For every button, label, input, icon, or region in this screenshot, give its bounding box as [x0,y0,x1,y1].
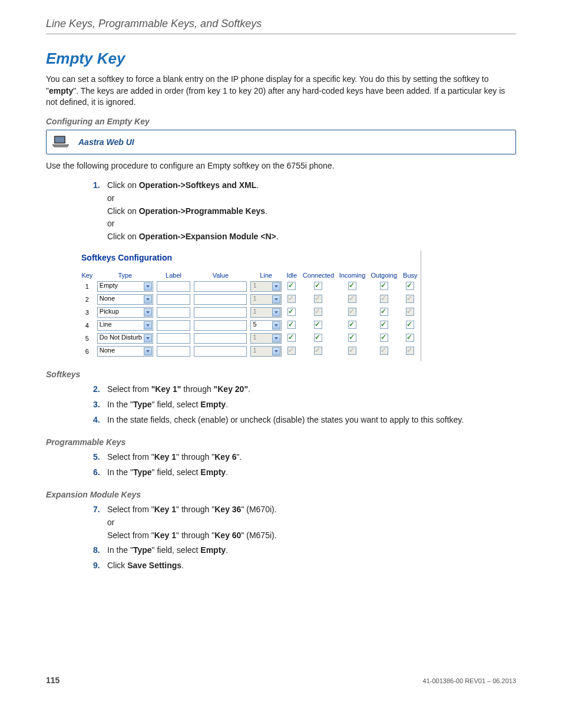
value-input[interactable] [194,320,247,331]
state-checkbox [314,295,322,303]
t: In the " [107,467,133,477]
cell-key: 2 [79,293,95,306]
b: Empty [200,400,226,409]
state-checkbox [314,347,322,355]
step-number: 8. [93,545,100,556]
col-header: Value [192,271,249,280]
or-text: or [107,193,516,205]
b: "Key 1" [151,384,181,394]
step-number: 5. [93,452,100,463]
t: Select from " [107,452,154,462]
heading-programmable: Programmable Keys [46,437,516,447]
t: . [226,400,228,409]
intro2: Use the following procedure to configure… [46,160,516,172]
step-number: 7. [93,504,100,516]
b: Key 1 [154,531,176,540]
doc-id: 41-001386-00 REV01 – 06.2013 [423,677,516,684]
b: Type [133,467,152,477]
col-header: Line [249,271,283,280]
state-checkbox[interactable] [380,308,388,316]
label-input[interactable] [157,346,190,357]
state-checkbox[interactable] [348,282,356,290]
state-checkbox[interactable] [314,334,322,342]
state-checkbox[interactable] [406,321,414,329]
intro-empty-word: empty [49,86,73,95]
b: Key 1 [154,505,176,514]
line-select[interactable]: 5 [250,320,281,331]
value-input[interactable] [194,307,247,318]
line-select: 1 [250,281,281,292]
line-select: 1 [250,346,281,357]
value-input[interactable] [194,281,247,292]
step-number: 1. [93,180,100,192]
label-input[interactable] [157,294,190,305]
page-number: 115 [46,676,59,685]
state-checkbox [380,295,388,303]
heading-configuring: Configuring an Empty Key [46,117,516,126]
state-checkbox [380,347,388,355]
b: Empty [200,467,226,477]
svg-rect-1 [55,137,64,143]
state-checkbox[interactable] [314,321,322,329]
state-checkbox[interactable] [287,321,296,329]
type-select[interactable]: None [97,294,153,305]
value-input[interactable] [194,333,247,344]
state-checkbox [314,308,322,316]
state-checkbox [348,347,356,355]
cell-key: 1 [79,280,95,293]
softkeys-table: KeyTypeLabelValueLineIdleConnectedIncomi… [79,271,421,358]
t: through [181,384,213,394]
state-checkbox [406,308,414,316]
t: ". [237,452,242,462]
label-input[interactable] [157,307,190,318]
softkeys-config-figure: Softkeys Configuration KeyTypeLabelValue… [79,251,421,361]
state-checkbox[interactable] [348,321,356,329]
state-checkbox[interactable] [314,282,322,290]
state-checkbox[interactable] [287,282,296,290]
value-input[interactable] [194,294,247,305]
b: Key 1 [154,452,176,462]
label-input[interactable] [157,281,190,292]
step-number: 4. [93,414,100,426]
label-input[interactable] [157,320,190,331]
t: " (M675i). [241,531,276,540]
step-path: Operation->Programmable Keys [139,206,265,216]
line-select: 1 [250,294,281,305]
b: Key 36 [214,505,241,514]
step-number: 3. [93,399,100,411]
state-checkbox[interactable] [380,282,388,290]
state-checkbox [287,347,296,355]
t: Click [107,561,127,570]
state-checkbox[interactable] [380,321,388,329]
state-checkbox[interactable] [287,308,296,316]
state-checkbox [406,295,414,303]
step-number: 2. [93,384,100,396]
state-checkbox [348,308,356,316]
t: " (M670i). [241,505,276,514]
type-select[interactable]: Do Not Disturb [97,333,153,344]
label-input[interactable] [157,333,190,344]
step-text: Click on [107,180,139,190]
table-row: 3Pickup1 [79,306,421,319]
t: " through " [176,531,214,540]
type-select[interactable]: Pickup [97,307,153,318]
state-checkbox[interactable] [406,282,414,290]
value-input[interactable] [194,346,247,357]
line-select: 1 [250,333,281,344]
state-checkbox[interactable] [406,334,414,342]
t: Select from [107,384,151,394]
page-footer: 115 41-001386-00 REV01 – 06.2013 [46,676,516,685]
t: . [276,232,279,241]
type-select[interactable]: None [97,346,153,357]
step-text: Click on [107,232,139,241]
type-select[interactable]: Line [97,320,153,331]
intro-paragraph: You can set a softkey to force a blank e… [46,74,516,108]
type-select[interactable]: Empty [97,281,153,292]
table-row: 1Empty1 [79,280,421,293]
state-checkbox[interactable] [287,334,296,342]
table-row: 2None1 [79,293,421,306]
cell-key: 5 [79,332,95,345]
state-checkbox[interactable] [348,334,356,342]
state-checkbox[interactable] [380,334,388,342]
t: . [256,180,259,190]
